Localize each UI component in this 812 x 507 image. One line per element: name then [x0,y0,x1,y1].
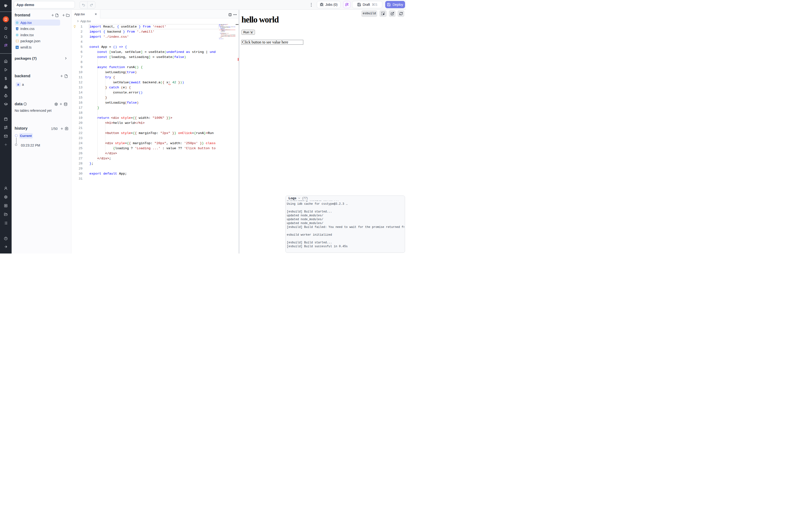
svg-text:3: 3 [16,28,17,30]
svg-text:TS: TS [16,46,18,48]
